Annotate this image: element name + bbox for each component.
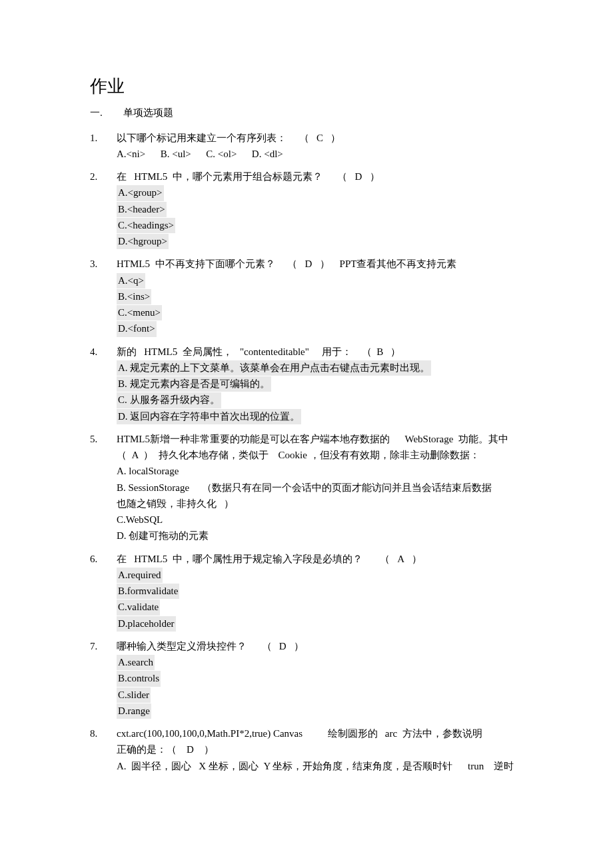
option-d: D. 创建可拖动的元素 xyxy=(117,530,209,541)
question-number: 4. xyxy=(90,344,117,425)
question-stem: 哪种输入类型定义滑块控件？ （ D ） xyxy=(117,639,526,654)
answer-letter: C xyxy=(316,133,323,143)
option-a: A. localStorage xyxy=(117,466,179,476)
question-8: 8. cxt.arc(100,100,100,0,Math.PI*2,true)… xyxy=(90,726,526,775)
option-d: D. <dl> xyxy=(252,149,283,159)
stem-note: PPT查看其他不再支持元素 xyxy=(340,258,457,269)
stem-text: ，但没有有效期，除非主动删除数据： xyxy=(310,450,480,460)
option-a-row: A. 圆半径，圆心 X 坐标，圆心 Y 坐标，开始角度，结束角度，是否顺时针 t… xyxy=(117,759,526,774)
option-c: C.slider xyxy=(117,687,151,703)
answer-letter: D xyxy=(305,258,312,269)
option-b: B. SessionStorage xyxy=(117,482,189,493)
stem-text: 哪种输入类型定义滑块控件？ xyxy=(117,641,247,651)
question-1: 1. 以下哪个标记用来建立一个有序列表： （ C ） A.<ni> B. <ul… xyxy=(90,131,526,163)
paren-right: ） xyxy=(143,450,153,460)
option-a: A.<q> xyxy=(117,273,145,288)
paren-left: （ xyxy=(299,133,309,143)
paren-right: ） xyxy=(294,641,304,651)
stem-text: 用于： xyxy=(322,346,352,357)
options-row: A.<ni> B. <ul> C. <ol> D. <dl> xyxy=(117,147,526,162)
option-c: C.<menu> xyxy=(117,305,162,320)
answer-letter: D xyxy=(279,641,287,651)
option-a: A.<ni> xyxy=(117,149,145,159)
section-label: 单项选项题 xyxy=(123,105,173,121)
option-d: D.placeholder xyxy=(117,616,176,632)
question-stem: 新的 HTML5 全局属性， "contenteditable" 用于： （ B… xyxy=(117,344,526,360)
option-b-note3: ） xyxy=(224,498,234,509)
option-b: B.controls xyxy=(117,671,161,686)
paren-left: （ xyxy=(262,641,272,651)
question-stem: HTML5新增一种非常重要的功能是可以在客户端本地存数据的 WebStorage… xyxy=(117,432,526,447)
option-d: D.<font> xyxy=(117,321,157,336)
stem-text: cxt.arc(100,100,100,0,Math.PI*2,true) Ca… xyxy=(117,728,303,739)
question-number: 6. xyxy=(90,552,117,632)
stem-text: HTML5新增一种非常重要的功能是可以在客户端本地存数据的 xyxy=(117,434,390,444)
stem-text: 中，哪个元素用于组合标题元素？ xyxy=(173,171,322,182)
option-d: D.range xyxy=(117,703,151,719)
option-a: A.required xyxy=(117,568,163,583)
option-b-note2: 也随之销毁，非持久化 xyxy=(117,498,217,509)
question-number: 1. xyxy=(90,131,117,163)
document-page: 作业 一. 单项选项题 1. 以下哪个标记用来建立一个有序列表： （ C ） A… xyxy=(0,0,613,868)
option-a-text: 圆半径，圆心 xyxy=(131,761,191,771)
paren-right: ） xyxy=(390,346,400,357)
option-b: B.<header> xyxy=(117,202,167,217)
question-stem-line2: （ A ） 持久化本地存储，类似于 Cookie ，但没有有效期，除非主动删除数… xyxy=(117,448,526,463)
question-2: 2. 在 HTML5 中，哪个元素用于组合标题元素？ （ D ） A.<grou… xyxy=(90,169,526,250)
question-4: 4. 新的 HTML5 全局属性， "contenteditable" 用于： … xyxy=(90,344,526,425)
stem-text: HTML5 xyxy=(117,258,150,269)
question-number: 2. xyxy=(90,169,117,250)
option-a: A.<group> xyxy=(117,185,164,201)
option-b: B. 规定元素内容是否是可编辑的。 xyxy=(117,376,271,392)
paren-right: ） xyxy=(370,171,380,182)
option-a-text: X 坐标，圆心 xyxy=(199,761,259,771)
option-c: C.validate xyxy=(117,600,160,615)
option-c: C. 从服务器升级内容。 xyxy=(117,392,221,408)
stem-text: HTML5 xyxy=(134,554,167,564)
option-b: B.<ins> xyxy=(117,289,151,304)
question-number: 5. xyxy=(90,432,117,545)
page-title: 作业 xyxy=(90,73,526,100)
stem-text: HTML5 xyxy=(144,346,177,357)
stem-text: 以下哪个标记用来建立一个有序列表： xyxy=(117,133,287,143)
paren-left: （ xyxy=(380,554,390,564)
section-number: 一. xyxy=(90,105,123,121)
stem-text: arc xyxy=(385,728,397,739)
stem-text: 中，哪个属性用于规定输入字段是必填的？ xyxy=(173,554,362,564)
question-number: 7. xyxy=(90,639,117,719)
answer-letter: D xyxy=(355,171,362,182)
stem-text: ） xyxy=(204,744,214,755)
stem-text: 在 xyxy=(117,171,127,182)
option-c: C. <ol> xyxy=(206,149,237,159)
question-stem: 在 HTML5 中，哪个元素用于组合标题元素？ （ D ） xyxy=(117,169,526,185)
option-c: C.<headings> xyxy=(117,218,175,233)
option-b-note: （数据只有在同一个会话中的页面才能访问并且当会话结束后数据 xyxy=(202,482,492,493)
stem-text: "contenteditable" xyxy=(240,346,309,357)
stem-text: 正确的是：（ xyxy=(117,744,177,755)
stem-text: HTML5 xyxy=(134,171,167,182)
paren-right: ） xyxy=(412,554,422,564)
option-a-text: 逆时 xyxy=(494,761,514,771)
option-d: D.<hgroup> xyxy=(117,234,169,249)
answer-letter: D xyxy=(187,744,194,755)
option-d: D. 返回内容在字符串中首次出现的位置。 xyxy=(117,409,301,424)
paren-right: ） xyxy=(320,258,330,269)
answer-letter: A xyxy=(397,554,404,564)
option-a-label: A. xyxy=(117,761,127,771)
paren-left: （ xyxy=(337,171,347,182)
question-number: 3. xyxy=(90,256,117,337)
stem-text: 全局属性， xyxy=(183,346,233,357)
paren-left: （ xyxy=(362,346,372,357)
stem-text: 持久化本地存储，类似于 xyxy=(159,450,269,460)
option-a-text: trun xyxy=(468,761,484,771)
stem-text: Cookie xyxy=(279,450,307,460)
stem-text: 功能。其中 xyxy=(458,434,508,444)
question-stem: cxt.arc(100,100,100,0,Math.PI*2,true) Ca… xyxy=(117,726,526,741)
stem-text: 绘制圆形的 xyxy=(328,728,378,739)
option-a-text: Y 坐标，开始角度，结束角度，是否顺时针 xyxy=(263,761,452,771)
option-c: C.WebSQL xyxy=(117,514,163,525)
question-stem-line2: 正确的是：（ D ） xyxy=(117,742,526,757)
question-stem: HTML5 中不再支持下面哪个元素？ （ D ） PPT查看其他不再支持元素 xyxy=(117,256,526,272)
question-7: 7. 哪种输入类型定义滑块控件？ （ D ） A.search B.contro… xyxy=(90,639,526,719)
stem-text: 新的 xyxy=(117,346,137,357)
